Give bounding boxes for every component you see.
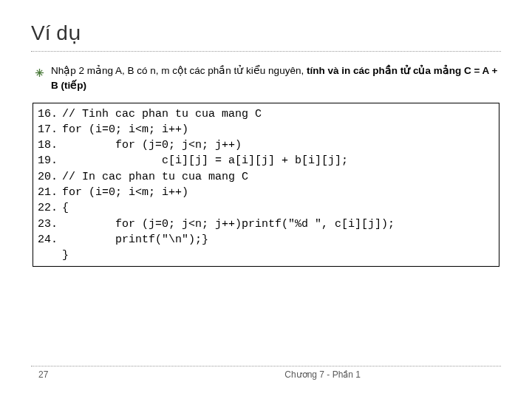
bullet-plain: Nhập 2 mảng A, B có n, m cột các phần tử… <box>51 65 307 76</box>
bullet-icon <box>35 66 44 80</box>
page-number: 27 <box>38 369 48 380</box>
footer-caption: Chương 7 - Phần 1 <box>284 369 361 380</box>
code-line-numbers: 16. 17. 18. 19. 20. 21. 22. 23. 24. <box>33 103 61 267</box>
footer-divider <box>31 366 501 366</box>
code-body: // Tinh cac phan tu cua mang C for (i=0;… <box>61 103 399 267</box>
footer: 27 Chương 7 - Phần 1 <box>31 369 501 380</box>
page-title: Ví dụ <box>31 21 501 52</box>
bullet-item: Nhập 2 mảng A, B có n, m cột các phần tử… <box>31 64 501 94</box>
bullet-text: Nhập 2 mảng A, B có n, m cột các phần tử… <box>51 64 501 94</box>
slide-content: Ví dụ Nhập 2 mảng A, B có n, m cột các p… <box>0 0 532 267</box>
code-block: 16. 17. 18. 19. 20. 21. 22. 23. 24. // T… <box>33 103 499 267</box>
